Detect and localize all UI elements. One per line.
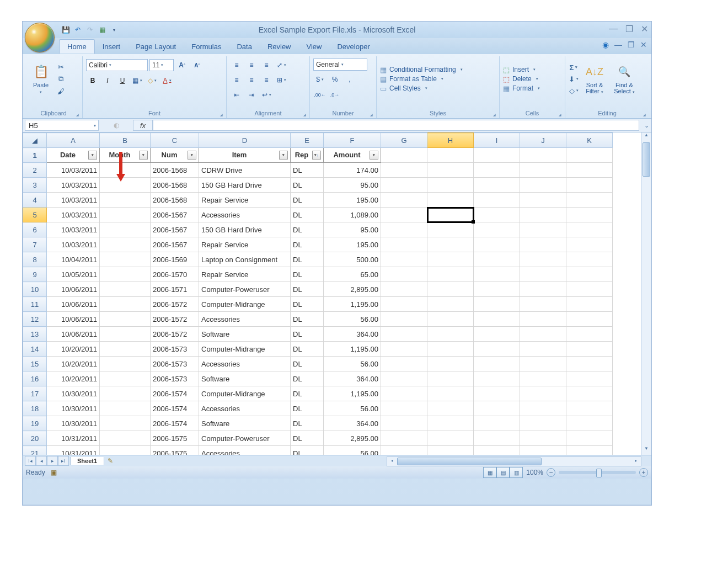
cell-D17[interactable]: Computer-Midrange xyxy=(199,386,291,401)
row-header-10[interactable]: 10 xyxy=(23,282,47,297)
cell-A19[interactable]: 10/30/2011 xyxy=(47,416,100,431)
cell-G15[interactable] xyxy=(381,357,427,371)
cell-E8[interactable]: DL xyxy=(291,252,324,267)
cell-E7[interactable]: DL xyxy=(291,237,324,252)
cell-C19[interactable]: 2006-1574 xyxy=(151,416,199,431)
cell-A20[interactable]: 10/31/2011 xyxy=(47,431,100,446)
format-as-table-button[interactable]: ▤Format as Table▾ xyxy=(380,75,443,83)
cell-F2[interactable]: 174.00 xyxy=(324,163,381,178)
cell-B14[interactable] xyxy=(100,342,151,357)
cell-E18[interactable]: DL xyxy=(291,401,324,416)
cell-D5[interactable]: Accessories xyxy=(199,208,291,222)
cell-A21[interactable]: 10/31/2011 xyxy=(47,446,100,455)
cell-F16[interactable]: 364.00 xyxy=(324,371,381,386)
zoom-slider[interactable] xyxy=(559,471,636,474)
fill-icon[interactable]: ⬇▾ xyxy=(569,74,579,84)
cell-E4[interactable]: DL xyxy=(291,193,324,208)
cell-F12[interactable]: 56.00 xyxy=(324,312,381,327)
header-cell-B[interactable]: Month▾ xyxy=(100,148,151,163)
row-header-17[interactable]: 17 xyxy=(23,386,47,401)
cell-K16[interactable] xyxy=(566,371,613,386)
cell-I7[interactable] xyxy=(474,237,520,252)
bold-button[interactable]: B xyxy=(86,74,99,87)
fx-button[interactable]: fx xyxy=(133,120,153,131)
cell-A13[interactable]: 10/06/2011 xyxy=(47,327,100,342)
cell-C14[interactable]: 2006-1573 xyxy=(151,342,199,357)
cell-I19[interactable] xyxy=(474,416,520,431)
cell-E12[interactable]: DL xyxy=(291,312,324,327)
cell-B17[interactable] xyxy=(100,386,151,401)
align-center-icon[interactable]: ≡ xyxy=(245,73,258,87)
cell-I14[interactable] xyxy=(474,342,520,357)
cell-G13[interactable] xyxy=(381,327,427,342)
format-cells-button[interactable]: ▦Format▾ xyxy=(503,84,540,93)
cell-D21[interactable]: Accessories xyxy=(199,446,291,455)
page-break-view-button[interactable]: ▥ xyxy=(510,467,523,478)
cell-E9[interactable]: DL xyxy=(291,267,324,282)
scroll-left-icon[interactable]: ◂ xyxy=(388,458,396,463)
cell-A16[interactable]: 10/20/2011 xyxy=(47,371,100,386)
scroll-up-icon[interactable]: ▲ xyxy=(641,132,651,141)
cell-C8[interactable]: 2006-1569 xyxy=(151,252,199,267)
header-cell-H[interactable] xyxy=(427,148,474,163)
cell-E21[interactable]: DL xyxy=(291,446,324,455)
cell-K7[interactable] xyxy=(566,237,613,252)
cell-A15[interactable]: 10/20/2011 xyxy=(47,357,100,371)
cell-F17[interactable]: 1,195.00 xyxy=(324,386,381,401)
header-cell-K[interactable] xyxy=(566,148,613,163)
cell-B21[interactable] xyxy=(100,446,151,455)
cell-C6[interactable]: 2006-1567 xyxy=(151,222,199,237)
cell-E10[interactable]: DL xyxy=(291,282,324,297)
cell-G10[interactable] xyxy=(381,282,427,297)
undo-icon[interactable]: ↶ xyxy=(73,25,82,34)
delete-cells-button[interactable]: ⬚Delete▾ xyxy=(503,75,538,83)
cell-K11[interactable] xyxy=(566,297,613,312)
cell-A9[interactable]: 10/05/2011 xyxy=(47,267,100,282)
cell-F7[interactable]: 195.00 xyxy=(324,237,381,252)
cell-F4[interactable]: 195.00 xyxy=(324,193,381,208)
cell-K2[interactable] xyxy=(566,163,613,178)
select-all-corner[interactable]: ◢ xyxy=(23,133,47,148)
cell-A6[interactable]: 10/03/2011 xyxy=(47,222,100,237)
zoom-in-button[interactable]: + xyxy=(639,468,648,477)
cell-C3[interactable]: 2006-1568 xyxy=(151,178,199,193)
cell-H4[interactable] xyxy=(427,193,474,208)
redo-icon[interactable]: ↷ xyxy=(85,25,94,34)
cell-A4[interactable]: 10/03/2011 xyxy=(47,193,100,208)
header-cell-F[interactable]: Amount▾ xyxy=(324,148,381,163)
cell-G18[interactable] xyxy=(381,401,427,416)
cell-D9[interactable]: Repair Service xyxy=(199,267,291,282)
col-header-B[interactable]: B xyxy=(100,133,151,148)
macro-record-icon[interactable]: ▣ xyxy=(51,469,57,476)
cell-D15[interactable]: Accessories xyxy=(199,357,291,371)
header-cell-J[interactable] xyxy=(520,148,566,163)
cell-B2[interactable] xyxy=(100,163,151,178)
borders-button[interactable]: ▦▾ xyxy=(131,74,144,87)
row-header-12[interactable]: 12 xyxy=(23,312,47,327)
align-middle-icon[interactable]: ≡ xyxy=(245,59,258,72)
cell-C13[interactable]: 2006-1572 xyxy=(151,327,199,342)
cell-K3[interactable] xyxy=(566,178,613,193)
row-header-18[interactable]: 18 xyxy=(23,401,47,416)
align-right-icon[interactable]: ≡ xyxy=(260,73,273,87)
cell-H8[interactable] xyxy=(427,252,474,267)
cell-C2[interactable]: 2006-1568 xyxy=(151,163,199,178)
cell-G5[interactable] xyxy=(381,208,427,222)
cell-K8[interactable] xyxy=(566,252,613,267)
number-format-combo[interactable]: General▾ xyxy=(313,59,367,71)
cell-B6[interactable] xyxy=(100,222,151,237)
vertical-scrollbar[interactable]: ▲ ▼ xyxy=(641,132,651,455)
merge-center-icon[interactable]: ⊞▾ xyxy=(275,73,288,87)
vscroll-thumb[interactable] xyxy=(643,142,650,177)
insert-cells-button[interactable]: ⬚Insert▾ xyxy=(503,66,536,74)
minimize-button[interactable]: — xyxy=(609,24,618,34)
cell-F20[interactable]: 2,895.00 xyxy=(324,431,381,446)
cell-G3[interactable] xyxy=(381,178,427,193)
sheet-nav-buttons[interactable]: I◂ ◂ ▸ ▸I xyxy=(23,456,69,466)
cell-J19[interactable] xyxy=(520,416,566,431)
tab-page-layout[interactable]: Page Layout xyxy=(128,40,184,54)
row-header-14[interactable]: 14 xyxy=(23,342,47,357)
conditional-formatting-button[interactable]: ▦Conditional Formatting▾ xyxy=(380,66,463,74)
cell-D14[interactable]: Computer-Midrange xyxy=(199,342,291,357)
decrease-decimal-icon[interactable]: .0→ xyxy=(328,88,341,102)
